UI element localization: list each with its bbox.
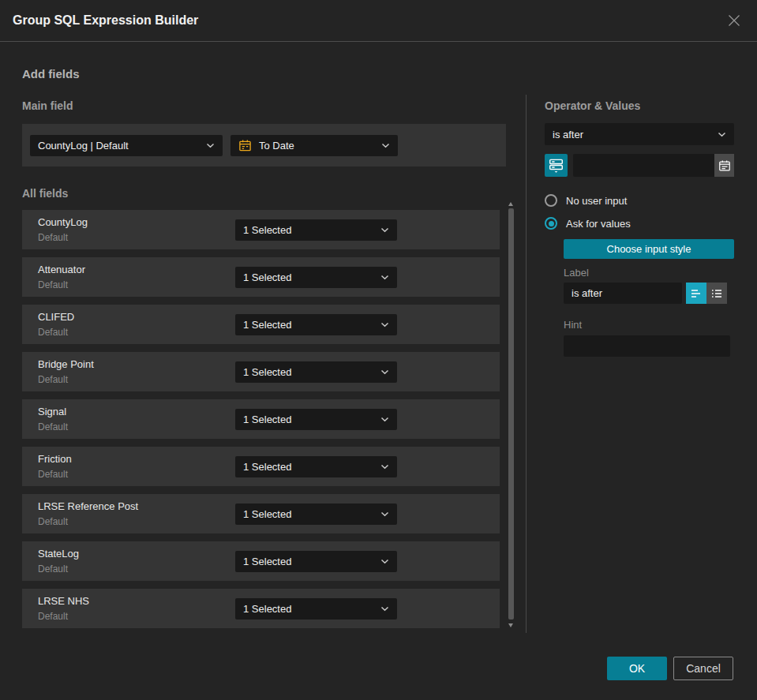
main-field-select-value: CountyLog | Default — [38, 140, 129, 152]
field-name: Attenuator — [38, 264, 85, 275]
field-selected-dropdown[interactable]: 1 Selected — [235, 314, 397, 335]
chevron-down-icon — [380, 606, 389, 612]
dialog-title: Group SQL Expression Builder — [13, 13, 198, 28]
field-name: LRSE NHS — [38, 595, 89, 607]
field-row-clifed: CLIFEDDefault 1 Selected — [22, 305, 500, 344]
field-row-bridge-point: Bridge PointDefault 1 Selected — [22, 352, 500, 391]
single-line-style-button[interactable] — [686, 283, 706, 304]
calendar-icon — [238, 139, 252, 152]
field-selected-dropdown[interactable]: 1 Selected — [235, 267, 397, 288]
field-selected-dropdown[interactable]: 1 Selected — [235, 598, 397, 620]
close-button[interactable] — [725, 11, 744, 30]
main-field-select[interactable]: CountyLog | Default — [30, 135, 223, 156]
chevron-down-icon — [380, 511, 389, 517]
field-sublabel: Default — [38, 279, 85, 290]
main-field-row: CountyLog | Default To Date — [22, 124, 506, 167]
value-input-row — [545, 154, 734, 177]
chevron-down-icon — [380, 369, 389, 375]
titlebar: Group SQL Expression Builder — [0, 0, 757, 42]
operator-select[interactable]: is after — [545, 123, 734, 145]
field-selected-dropdown[interactable]: 1 Selected — [235, 456, 397, 477]
chevron-down-icon — [380, 417, 389, 422]
calendar-icon — [718, 159, 731, 172]
chevron-down-icon — [718, 132, 726, 137]
field-name: StateLog — [38, 548, 79, 560]
radio-no-user-input[interactable]: No user input — [545, 194, 734, 207]
field-row-countylog: CountyLogDefault 1 Selected — [22, 210, 500, 249]
field-sublabel: Default — [38, 374, 94, 385]
value-type-button[interactable] — [545, 154, 568, 177]
field-sublabel: Default — [38, 327, 74, 338]
ask-for-values-options: Choose input style Label — [564, 230, 734, 357]
field-row-attenuator: AttenuatorDefault 1 Selected — [22, 257, 500, 297]
field-selected-dropdown[interactable]: 1 Selected — [235, 219, 397, 241]
chevron-down-icon — [380, 559, 389, 564]
all-fields-label: All fields — [22, 187, 506, 200]
field-name: LRSE Reference Post — [38, 500, 138, 512]
hint-field-label: Hint — [564, 319, 734, 331]
chevron-down-icon — [380, 322, 389, 328]
field-sublabel: Default — [38, 421, 68, 432]
list-scrollbar — [507, 202, 515, 627]
operator-values-panel: Operator & Values is after — [545, 99, 734, 357]
field-row-signal: SignalDefault 1 Selected — [22, 399, 500, 439]
field-name: Signal — [38, 406, 68, 417]
field-name: CLIFED — [38, 311, 74, 323]
ok-button[interactable]: OK — [607, 657, 667, 680]
chevron-down-icon — [381, 143, 390, 148]
field-name: Bridge Point — [38, 358, 94, 370]
field-sublabel: Default — [38, 232, 88, 243]
label-input[interactable] — [564, 283, 682, 304]
close-icon — [726, 13, 742, 28]
chevron-down-icon — [380, 275, 389, 280]
vertical-divider — [526, 95, 527, 633]
field-selected-dropdown[interactable]: 1 Selected — [235, 361, 397, 383]
cancel-button[interactable]: Cancel — [673, 657, 733, 680]
field-sublabel: Default — [38, 611, 89, 622]
date-field-select[interactable]: To Date — [230, 135, 398, 156]
date-field-select-value: To Date — [259, 140, 294, 152]
fields-column: Main field CountyLog | Default To Date — [22, 99, 506, 628]
field-row-lrse-nhs: LRSE NHSDefault 1 Selected — [22, 589, 500, 628]
choose-input-style-button[interactable]: Choose input style — [564, 239, 734, 259]
field-row-statelog: StateLogDefault 1 Selected — [22, 541, 500, 581]
all-fields-list: CountyLogDefault 1 Selected AttenuatorDe… — [22, 210, 500, 628]
chevron-down-icon — [206, 143, 215, 148]
date-picker-button[interactable] — [714, 154, 734, 177]
radio-unselected-icon — [545, 194, 557, 207]
label-input-row — [564, 283, 734, 304]
field-row-lrse-reference-post: LRSE Reference PostDefault 1 Selected — [22, 494, 500, 533]
radio-ask-for-values[interactable]: Ask for values — [545, 217, 734, 230]
add-fields-heading: Add fields — [22, 67, 80, 80]
main-field-label: Main field — [22, 99, 506, 112]
field-sublabel: Default — [38, 563, 79, 575]
field-selected-dropdown[interactable]: 1 Selected — [235, 551, 397, 572]
field-selected-dropdown[interactable]: 1 Selected — [235, 409, 397, 430]
chevron-down-icon — [380, 227, 389, 233]
operator-values-heading: Operator & Values — [545, 99, 734, 112]
field-sublabel: Default — [38, 469, 72, 480]
stacked-values-icon — [549, 158, 564, 174]
field-selected-dropdown[interactable]: 1 Selected — [235, 503, 397, 525]
field-row-friction: FrictionDefault 1 Selected — [22, 447, 500, 486]
radio-ask-for-values-label: Ask for values — [566, 218, 631, 230]
field-name: CountyLog — [38, 216, 88, 228]
operator-select-value: is after — [553, 129, 583, 140]
bulleted-list-icon — [710, 288, 723, 299]
scroll-down-arrow-icon[interactable] — [508, 623, 513, 627]
hint-input[interactable] — [564, 335, 730, 357]
chevron-down-icon — [380, 464, 389, 470]
label-field-label: Label — [564, 267, 734, 279]
radio-no-user-input-label: No user input — [566, 195, 627, 207]
align-left-icon — [690, 288, 703, 299]
scroll-up-arrow-icon[interactable] — [508, 202, 513, 206]
field-sublabel: Default — [38, 516, 138, 527]
group-sql-expression-builder-dialog: Group SQL Expression Builder Add fields … — [0, 0, 757, 700]
value-input[interactable] — [573, 154, 714, 177]
scrollbar-thumb[interactable] — [508, 208, 514, 620]
list-style-button[interactable] — [706, 283, 727, 304]
field-name: Friction — [38, 453, 72, 465]
radio-selected-icon — [545, 217, 557, 230]
